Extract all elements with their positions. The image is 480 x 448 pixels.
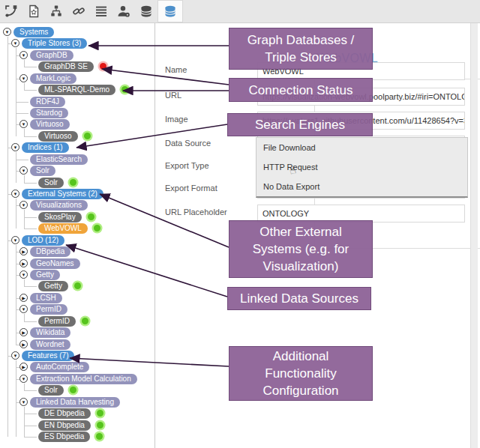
tree-row: DE Dbpedia xyxy=(0,408,154,420)
tree-connector xyxy=(24,90,37,91)
collapse-toggle-icon[interactable]: ▼ xyxy=(11,39,20,47)
hierarchy-icon[interactable] xyxy=(45,0,68,22)
field-label-data-source: Data Source xyxy=(165,139,211,148)
expand-toggle-icon[interactable]: ▶ xyxy=(20,259,28,267)
expand-toggle-icon[interactable]: ▶ xyxy=(20,363,28,371)
systems-database-icon[interactable] xyxy=(158,0,183,22)
tree-node-es-dbpedia[interactable]: ES Dbpedia xyxy=(38,432,90,442)
expand-toggle-icon[interactable]: ▶ xyxy=(20,340,28,348)
tree-row: ▶Wikidata xyxy=(0,327,154,339)
collapse-toggle-icon[interactable]: ▼ xyxy=(11,143,20,151)
tree-node-webvowl[interactable]: WebVOWL xyxy=(38,223,88,234)
callout-line: Connection Status xyxy=(249,82,353,99)
collapse-toggle-icon[interactable]: ▼ xyxy=(20,51,28,59)
tree-node-en-dbpedia[interactable]: EN Dbpedia xyxy=(38,420,91,431)
dropdown-option-file-download[interactable]: File Download xyxy=(256,138,467,157)
tree-row: ▼Features (7) xyxy=(0,351,154,362)
tree-node-autocomplete[interactable]: AutoComplete xyxy=(30,362,89,372)
collapse-toggle-icon[interactable]: ▼ xyxy=(20,74,28,82)
tree-node-getty[interactable]: Getty xyxy=(38,281,68,291)
tree-node-linked-data-harvesting[interactable]: Linked Data Harvesting xyxy=(30,397,120,408)
list-icon[interactable] xyxy=(90,0,112,22)
tree-row: ▼Getty xyxy=(0,270,154,281)
tree-node-solr[interactable]: Solr xyxy=(38,178,64,188)
tree-row: ▼Virtuoso xyxy=(0,119,154,130)
tree-row: ▼Extraction Model Calculation xyxy=(0,374,154,385)
tree-row: GraphDB SE xyxy=(0,61,154,73)
tree-node-skosplay[interactable]: SkosPlay xyxy=(38,212,82,223)
tree-node-graphdb[interactable]: GraphDB xyxy=(30,50,74,61)
database-icon[interactable] xyxy=(135,0,158,22)
tree-node-solr[interactable]: Solr xyxy=(38,385,64,396)
callout-additional-functionality: AdditionalFunctionalityConfiguration xyxy=(229,346,373,401)
tree-node-solr[interactable]: Solr xyxy=(30,166,56,176)
tree-node-graphdb-se[interactable]: GraphDB SE xyxy=(38,61,94,72)
collapse-toggle-icon[interactable]: ▼ xyxy=(20,375,28,383)
export-type-dropdown: File DownloadHTTP RequestNo Data Export xyxy=(256,137,468,198)
tree-node-elasticsearch[interactable]: ElasticSearch xyxy=(30,154,88,165)
tree-node-features-7-[interactable]: Features (7) xyxy=(22,351,74,361)
expand-toggle-icon[interactable]: ▶ xyxy=(20,247,28,255)
callout-line: Systems (e.g. for xyxy=(253,240,349,258)
collapse-toggle-icon[interactable]: ▼ xyxy=(11,236,20,244)
tree-node-stardog[interactable]: Stardog xyxy=(30,108,68,118)
tree-node-de-dbpedia[interactable]: DE Dbpedia xyxy=(38,408,91,419)
connections-icon[interactable] xyxy=(0,0,22,22)
tree-node-wikidata[interactable]: Wikidata xyxy=(30,327,70,338)
tree-row: ▼Solr xyxy=(0,166,154,177)
tree-node-permid[interactable]: PermID xyxy=(30,304,68,315)
tree-node-marklogic[interactable]: MarkLogic xyxy=(30,73,76,84)
expand-toggle-icon[interactable]: ▶ xyxy=(20,328,28,336)
collapse-toggle-icon[interactable]: ▼ xyxy=(20,201,28,209)
tree-node-visualizations[interactable]: Visualizations xyxy=(30,200,88,211)
dropdown-option-no-data-export[interactable]: No Data Export xyxy=(256,177,467,196)
tree-node-ml-sparql-demo[interactable]: ML-SPARQL-Demo xyxy=(38,85,116,95)
callout-linked-data-sources: Linked Data Sources xyxy=(227,287,371,310)
tree-node-rdf4j[interactable]: RDF4J xyxy=(30,97,65,107)
field-label-export-format: Export Format xyxy=(165,184,218,193)
tree-node-wordnet[interactable]: Wordnet xyxy=(30,339,70,350)
tree-node-virtuoso[interactable]: Virtuoso xyxy=(30,119,70,130)
field-label-url-placeholder: URL Placeholder xyxy=(165,208,227,217)
tree-connector xyxy=(24,286,37,287)
user-settings-icon[interactable] xyxy=(112,0,135,22)
tree-node-extraction-model-calculation[interactable]: Extraction Model Calculation xyxy=(30,374,137,384)
tree-node-indices-1-[interactable]: Indices (1) xyxy=(22,142,69,153)
tree-node-lod-12-[interactable]: LOD (12) xyxy=(22,235,64,246)
document-star-icon[interactable] xyxy=(22,0,45,22)
collapse-toggle-icon[interactable]: ▼ xyxy=(3,28,11,36)
vertical-scrollbar[interactable] xyxy=(470,23,478,448)
collapse-toggle-icon[interactable]: ▼ xyxy=(20,305,28,313)
collapse-toggle-icon[interactable]: ▼ xyxy=(11,190,20,198)
collapse-toggle-icon[interactable]: ▼ xyxy=(11,351,20,360)
tree-connector xyxy=(24,321,37,322)
collapse-toggle-icon[interactable]: ▼ xyxy=(20,270,28,279)
tree-node-triple-stores-3-[interactable]: Triple Stores (3) xyxy=(22,38,87,49)
field-label-url: URL xyxy=(165,91,182,100)
tree-connector xyxy=(24,228,37,229)
tree-node-external-systems-2-[interactable]: External Systems (2) xyxy=(22,189,104,199)
callout-line: Configuration xyxy=(262,382,338,399)
tree-row: ElasticSearch xyxy=(0,154,154,166)
tree-node-dbpedia[interactable]: DBpedia xyxy=(30,246,70,257)
callout-line: Other External xyxy=(260,223,342,240)
red-connection-status-dot xyxy=(100,63,106,70)
tree-row: ▼Systems xyxy=(0,27,154,38)
tree-node-getty[interactable]: Getty xyxy=(30,270,60,280)
green-connection-status-dot xyxy=(70,387,76,393)
link-icon[interactable] xyxy=(68,0,90,22)
tree-node-systems[interactable]: Systems xyxy=(14,27,54,37)
green-connection-status-dot xyxy=(82,318,88,324)
collapse-toggle-icon[interactable]: ▼ xyxy=(20,120,28,128)
tree-node-permid[interactable]: PermID xyxy=(38,316,76,327)
tree-row: RDF4J xyxy=(0,97,154,108)
green-connection-status-dot xyxy=(94,225,100,231)
tree-node-lcsh[interactable]: LCSH xyxy=(30,293,62,303)
tree-node-virtuoso[interactable]: Virtuoso xyxy=(38,131,78,142)
green-connection-status-dot xyxy=(88,214,94,220)
collapse-toggle-icon[interactable]: ▼ xyxy=(20,398,28,406)
expand-toggle-icon[interactable]: ▶ xyxy=(20,294,28,302)
tree-node-geonames[interactable]: GeoNames xyxy=(30,258,80,269)
collapse-toggle-icon[interactable]: ▼ xyxy=(20,166,28,175)
callout-line: Visualization) xyxy=(263,258,339,275)
